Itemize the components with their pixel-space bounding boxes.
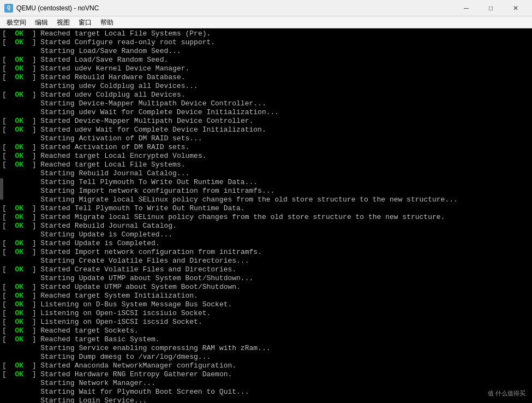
terminal-line: Starting Wait for Plymouth Boot Screen t… bbox=[2, 388, 530, 396]
terminal-line: [ OK ] Listening on Open-iSCSI iscsid So… bbox=[2, 318, 530, 327]
terminal-output: [ OK ] Reached target Local File Systems… bbox=[2, 29, 530, 403]
scrollbar[interactable] bbox=[0, 178, 3, 200]
terminal-line: [ OK ] Started udev Coldplug all Devices… bbox=[2, 91, 530, 99]
terminal-line: [ OK ] Reached target Local File Systems… bbox=[2, 161, 530, 169]
terminal-line: [ OK ] Started udev Kernel Device Manage… bbox=[2, 64, 530, 73]
terminal-line: [ OK ] Started Rebuild Hardware Database… bbox=[2, 73, 530, 82]
terminal-line: Starting Load/Save Random Seed... bbox=[2, 47, 530, 56]
menu-view[interactable]: 视图 bbox=[52, 16, 74, 28]
menu-jikongji[interactable]: 极空间 bbox=[2, 16, 31, 28]
minimize-button[interactable]: ─ bbox=[454, 0, 479, 16]
terminal-line: Starting Network Manager... bbox=[2, 379, 530, 388]
menu-help[interactable]: 帮助 bbox=[96, 16, 118, 28]
terminal-line: [ OK ] Reached target Local File Systems… bbox=[2, 29, 530, 38]
terminal-line: Starting Update UTMP about System Boot/S… bbox=[2, 274, 530, 283]
title-bar: Q QEMU (centostest) - noVNC ─ □ ✕ bbox=[0, 0, 532, 16]
terminal-line: [ OK ] Started Update UTMP about System … bbox=[2, 283, 530, 292]
terminal-line: [ OK ] Started Hardware RNG Entropy Gath… bbox=[2, 370, 530, 379]
terminal-line: [ OK ] Started Load/Save Random Seed. bbox=[2, 56, 530, 64]
terminal-line: Starting udev Wait for Complete Device I… bbox=[2, 108, 530, 117]
terminal-line: [ OK ] Reached target Basic System. bbox=[2, 335, 530, 344]
terminal-line: Starting Device-Mapper Multipath Device … bbox=[2, 99, 530, 108]
menu-bar: 极空间 编辑 视图 窗口 帮助 bbox=[0, 16, 532, 28]
terminal-line: Starting Import network configuration fr… bbox=[2, 187, 530, 195]
terminal-line: [ OK ] Started Activation of DM RAID set… bbox=[2, 143, 530, 152]
terminal-area[interactable]: [ OK ] Reached target Local File Systems… bbox=[0, 28, 532, 403]
window-title: QEMU (centostest) - noVNC bbox=[16, 4, 454, 12]
terminal-line: Starting Service enabling compressing RA… bbox=[2, 344, 530, 353]
terminal-line: [ OK ] Started Create Volatile Files and… bbox=[2, 265, 530, 274]
terminal-line: Starting Dump dmesg to /var/log/dmesg... bbox=[2, 353, 530, 361]
terminal-line: Starting Login Service... bbox=[2, 396, 530, 403]
terminal-line: Starting Create Volatile Files and Direc… bbox=[2, 257, 530, 265]
maximize-button[interactable]: □ bbox=[479, 0, 503, 16]
terminal-line: [ OK ] Started Rebuild Journal Catalog. bbox=[2, 222, 530, 230]
terminal-line: Starting Migrate local SELinux policy ch… bbox=[2, 195, 530, 204]
terminal-line: [ OK ] Started Migrate local SELinux pol… bbox=[2, 213, 530, 222]
terminal-line: [ OK ] Started Device-Mapper Multipath D… bbox=[2, 117, 530, 126]
menu-window[interactable]: 窗口 bbox=[74, 16, 96, 28]
terminal-line: [ OK ] Started Import network configurat… bbox=[2, 248, 530, 257]
terminal-line: Starting Update is Completed... bbox=[2, 230, 530, 239]
terminal-line: Starting Rebuild Journal Catalog... bbox=[2, 169, 530, 178]
terminal-line: [ OK ] Reached target Sockets. bbox=[2, 327, 530, 335]
terminal-line: [ OK ] Started Tell Plymouth To Write Ou… bbox=[2, 204, 530, 213]
terminal-line: [ OK ] Listening on D-Bus System Message… bbox=[2, 300, 530, 309]
terminal-line: Starting udev Coldplug all Devices... bbox=[2, 82, 530, 91]
watermark: 值 什么值得买 bbox=[486, 388, 528, 399]
terminal-line: [ OK ] Reached target System Initializat… bbox=[2, 292, 530, 300]
terminal-line: Starting Tell Plymouth To Write Out Runt… bbox=[2, 178, 530, 187]
terminal-line: [ OK ] Started Anaconda NetworkManager c… bbox=[2, 361, 530, 370]
app-icon: Q bbox=[4, 4, 13, 13]
terminal-line: [ OK ] Reached target Local Encrypted Vo… bbox=[2, 152, 530, 161]
terminal-line: Starting Activation of DM RAID sets... bbox=[2, 134, 530, 143]
terminal-line: [ OK ] Started Update is Completed. bbox=[2, 239, 530, 248]
menu-edit[interactable]: 编辑 bbox=[31, 16, 52, 28]
window-controls: ─ □ ✕ bbox=[454, 0, 528, 16]
terminal-line: [ OK ] Started Configure read-only root … bbox=[2, 38, 530, 47]
terminal-line: [ OK ] Started udev Wait for Complete De… bbox=[2, 126, 530, 134]
close-button[interactable]: ✕ bbox=[503, 0, 528, 16]
terminal-line: [ OK ] Listening on Open-iSCSI iscsiuio … bbox=[2, 309, 530, 318]
